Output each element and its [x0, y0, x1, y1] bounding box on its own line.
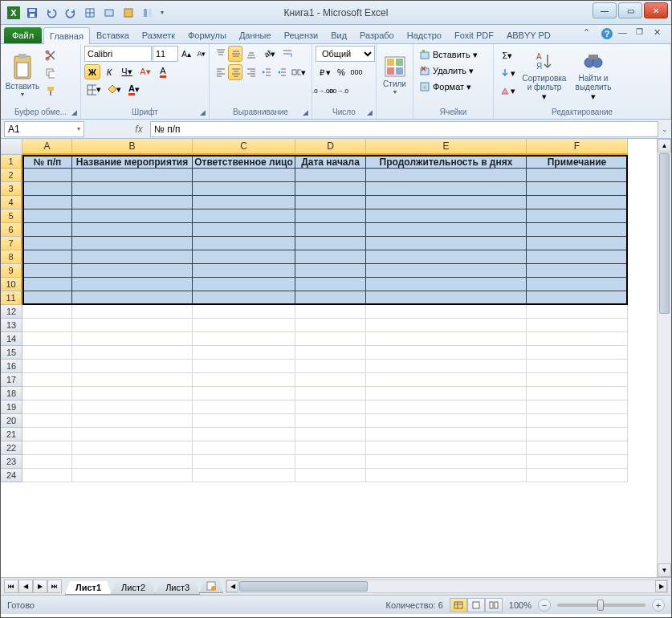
- wrap-text-button[interactable]: [279, 46, 296, 62]
- cell-F3[interactable]: [527, 182, 628, 196]
- sheet-prev-button[interactable]: ◀: [18, 579, 33, 593]
- row-header-10[interactable]: 10: [1, 278, 22, 291]
- cell-C24[interactable]: [193, 469, 295, 482]
- row-header-2[interactable]: 2: [1, 169, 22, 182]
- cell-B16[interactable]: [72, 360, 193, 373]
- doc-close-icon[interactable]: ✕: [654, 27, 666, 40]
- cell-F21[interactable]: [527, 428, 628, 441]
- view-normal-button[interactable]: [450, 598, 467, 612]
- cell-E8[interactable]: [366, 250, 527, 264]
- view-pagebreak-button[interactable]: [485, 598, 503, 612]
- horizontal-scrollbar[interactable]: ◀ ▶: [226, 579, 668, 593]
- cell-F7[interactable]: [527, 237, 628, 250]
- scroll-up-button[interactable]: ▲: [658, 139, 671, 152]
- cell-E6[interactable]: [366, 223, 527, 237]
- cell-D12[interactable]: [295, 305, 366, 319]
- clipboard-dialog-launcher[interactable]: ◢: [69, 108, 79, 117]
- align-left-button[interactable]: [213, 64, 227, 80]
- column-header-E[interactable]: E: [366, 139, 527, 155]
- cell-C19[interactable]: [193, 400, 295, 414]
- cell-D20[interactable]: [295, 414, 366, 428]
- cell-B1[interactable]: Название мероприятия: [72, 155, 193, 169]
- cell-E20[interactable]: [366, 414, 527, 428]
- column-header-F[interactable]: F: [527, 139, 628, 155]
- styles-button[interactable]: Стили ▾: [380, 46, 409, 105]
- number-dialog-launcher[interactable]: ◢: [365, 108, 374, 117]
- cell-B12[interactable]: [72, 305, 193, 319]
- cell-F12[interactable]: [527, 305, 628, 319]
- grow-font-button[interactable]: A▴: [179, 46, 193, 62]
- cell-D3[interactable]: [295, 182, 366, 196]
- cell-A10[interactable]: [22, 278, 72, 291]
- cell-E12[interactable]: [366, 305, 527, 319]
- row-header-24[interactable]: 24: [1, 469, 22, 482]
- row-header-8[interactable]: 8: [1, 250, 22, 264]
- cell-D13[interactable]: [295, 319, 366, 332]
- row-header-18[interactable]: 18: [1, 387, 22, 400]
- scroll-down-button[interactable]: ▼: [658, 563, 671, 577]
- align-right-button[interactable]: [243, 64, 258, 80]
- cell-D22[interactable]: [295, 441, 366, 455]
- cell-E17[interactable]: [366, 373, 527, 387]
- cell-D4[interactable]: [295, 196, 366, 209]
- align-top-button[interactable]: [213, 46, 227, 62]
- cell-F5[interactable]: [527, 209, 628, 223]
- cell-F13[interactable]: [527, 319, 628, 332]
- row-header-4[interactable]: 4: [1, 196, 22, 209]
- cell-F17[interactable]: [527, 373, 628, 387]
- font-dialog-launcher[interactable]: ◢: [198, 108, 207, 117]
- cell-F14[interactable]: [527, 332, 628, 346]
- cell-C8[interactable]: [193, 250, 295, 264]
- tab-разметк[interactable]: Разметк: [136, 26, 181, 43]
- zoom-slider[interactable]: [557, 604, 646, 607]
- cell-B4[interactable]: [72, 196, 193, 209]
- alignment-dialog-launcher[interactable]: ◢: [300, 108, 310, 117]
- sheet-next-button[interactable]: ▶: [33, 579, 47, 593]
- cell-C20[interactable]: [193, 414, 295, 428]
- cell-A18[interactable]: [22, 387, 72, 400]
- shrink-font-button[interactable]: A▾: [194, 46, 209, 62]
- cell-B23[interactable]: [72, 455, 193, 469]
- row-header-14[interactable]: 14: [1, 332, 22, 346]
- cell-C13[interactable]: [193, 319, 295, 332]
- cell-F6[interactable]: [527, 223, 628, 237]
- cell-B20[interactable]: [72, 414, 193, 428]
- cell-A8[interactable]: [22, 250, 72, 264]
- cell-B10[interactable]: [72, 278, 193, 291]
- cell-B22[interactable]: [72, 441, 193, 455]
- cell-D16[interactable]: [295, 360, 366, 373]
- cell-B13[interactable]: [72, 319, 193, 332]
- tab-file[interactable]: Файл: [4, 27, 42, 43]
- cell-D18[interactable]: [295, 387, 366, 400]
- cell-C5[interactable]: [193, 209, 295, 223]
- cell-B6[interactable]: [72, 223, 193, 237]
- cell-B18[interactable]: [72, 387, 193, 400]
- format-painter-button[interactable]: [43, 83, 57, 99]
- decrease-indent-button[interactable]: [259, 64, 273, 80]
- cell-F4[interactable]: [527, 196, 628, 209]
- tab-вставка[interactable]: Вставка: [90, 26, 136, 43]
- scroll-right-button[interactable]: ▶: [655, 580, 667, 592]
- cell-D9[interactable]: [295, 264, 366, 278]
- zoom-thumb[interactable]: [597, 600, 604, 611]
- cell-E9[interactable]: [366, 264, 527, 278]
- font-color-button[interactable]: A: [155, 64, 171, 79]
- cell-B17[interactable]: [72, 373, 193, 387]
- cell-F11[interactable]: [527, 291, 628, 305]
- tab-надстро[interactable]: Надстро: [401, 26, 448, 43]
- cell-C12[interactable]: [193, 305, 295, 319]
- vertical-scrollbar[interactable]: ▲ ▼: [657, 139, 671, 577]
- cell-D23[interactable]: [295, 455, 366, 469]
- row-header-11[interactable]: 11: [1, 291, 22, 305]
- cell-C4[interactable]: [193, 196, 295, 209]
- help-icon[interactable]: ?: [601, 27, 613, 40]
- cell-E15[interactable]: [366, 346, 527, 360]
- tab-главная[interactable]: Главная: [43, 27, 90, 44]
- orientation-button[interactable]: ab▾: [259, 46, 278, 62]
- row-header-19[interactable]: 19: [1, 400, 22, 414]
- clear-button[interactable]: ▾: [497, 83, 518, 99]
- cell-C9[interactable]: [193, 264, 295, 278]
- minimize-ribbon-icon[interactable]: ⌃: [583, 27, 596, 40]
- cell-B24[interactable]: [72, 469, 193, 482]
- percent-button[interactable]: %: [334, 64, 348, 80]
